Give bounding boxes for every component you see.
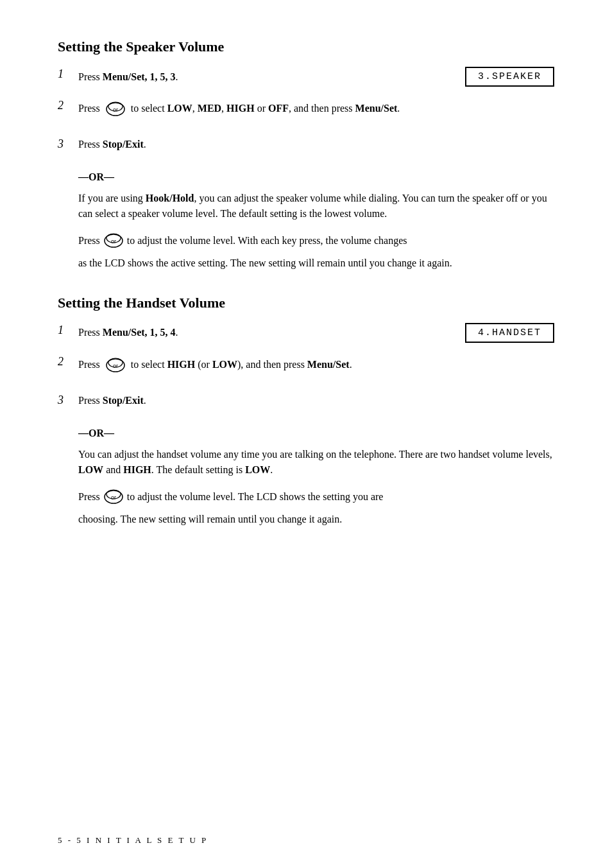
step-h3-text: Press Stop/Exit. [78, 393, 554, 409]
handset-para1: You can adjust the handset volume any ti… [78, 447, 554, 479]
svg-text:or: or [113, 363, 118, 369]
step-h-content-2: Press or to select HIGH (or LOW), and th… [78, 354, 554, 381]
lcd-handset: 4.HANDSET [465, 323, 554, 343]
step3-text: Press Stop/Exit. [78, 137, 554, 153]
step-h2-high: HIGH [167, 359, 196, 370]
step2-menuset: Menu/Set [355, 103, 398, 114]
lcd-speaker: 3.SPEAKER [465, 67, 554, 87]
step2-post: , and then press [289, 103, 355, 114]
handset-high1: HIGH [123, 464, 151, 475]
handset-low2: LOW [245, 464, 270, 475]
step1-press: Press [78, 71, 103, 82]
step-h2-text: Press or to select HIGH (or LOW), and th… [78, 354, 554, 376]
step-handset-1: 1 Press Menu/Set, 1, 5, 4. 4.HANDSET [58, 323, 554, 343]
step-h2-mid: to select [131, 359, 167, 370]
step2-off: OFF [268, 103, 289, 114]
step-h3-period: . [144, 395, 146, 406]
step1-period: . [176, 71, 178, 82]
step3-stopexit: Stop/Exit [103, 139, 144, 150]
step-h2-period: . [350, 359, 352, 370]
step2-high: HIGH [226, 103, 255, 114]
step-h3-stopexit: Stop/Exit [103, 395, 144, 406]
step-speaker-1: 1 Press Menu/Set, 1, 5, 3. 3.SPEAKER [58, 67, 554, 87]
step-speaker-3: 3 Press Stop/Exit. [58, 137, 554, 158]
step-h1-period: . [176, 327, 178, 338]
step-h-content-3: Press Stop/Exit. [78, 393, 554, 414]
step-h-number-2: 2 [58, 354, 78, 369]
step2-or: or [255, 103, 268, 114]
step2-comma2: , [221, 103, 226, 114]
step-content-2: Press or to select LOW, MED, HIGH or OFF… [78, 98, 554, 125]
step-h-content-1: Press Menu/Set, 1, 5, 4. 4.HANDSET [78, 323, 554, 343]
step2-low: LOW [167, 103, 192, 114]
step-h3-press: Press [78, 395, 103, 406]
step-h-number-1: 1 [58, 323, 78, 337]
step1-text: Press Menu/Set, 1, 5, 3. [78, 71, 178, 83]
handset-para2: choosing. The new setting will remain un… [78, 512, 554, 528]
handset-press-text: Press [78, 489, 100, 505]
or-divider-2: —OR— [78, 426, 554, 442]
step2-press: Press [78, 103, 103, 114]
step-number-3: 3 [58, 137, 78, 151]
handset-low1: LOW [78, 464, 103, 475]
page: Setting the Speaker Volume 1 Press Menu/… [0, 0, 612, 868]
handset-press-line: Press or to adjust the volume level. The… [78, 486, 554, 508]
speaker-para1: If you are using Hook/Hold, you can adju… [78, 191, 554, 223]
step2-mid: to select [131, 103, 167, 114]
speaker-press-line: Press or to adjust the volume level. Wit… [78, 230, 554, 252]
step-h1-text: Press Menu/Set, 1, 5, 4. [78, 327, 178, 338]
step-h2-paren: (or [195, 359, 212, 370]
step2-med: MED [198, 103, 221, 114]
or-icon-3: or [105, 354, 126, 376]
step-h1-keys: Menu/Set, 1, 5, 4 [103, 327, 176, 338]
section-title-handset: Setting the Handset Volume [58, 295, 554, 311]
step-speaker-2: 2 Press or to select LOW, MED, HIGH or O… [58, 98, 554, 125]
page-footer: 5 - 5 I N I T I A L S E T U P [58, 835, 208, 846]
or-icon-4: or [103, 486, 124, 508]
step3-period: . [144, 139, 146, 150]
section-title-speaker: Setting the Speaker Volume [58, 39, 554, 55]
svg-text:or: or [111, 238, 116, 245]
section-speaker-volume: Setting the Speaker Volume 1 Press Menu/… [58, 39, 554, 272]
step2-text: Press or to select LOW, MED, HIGH or OFF… [78, 98, 554, 120]
svg-text:or: or [113, 107, 118, 113]
handset-press-mid: to adjust the volume level. The LCD show… [127, 489, 384, 505]
step1-keys: Menu/Set, 1, 5, 3 [103, 71, 176, 82]
step3-press: Press [78, 139, 103, 150]
speaker-or-block: —OR— If you are using Hook/Hold, you can… [78, 169, 554, 272]
step-h2-press: Press [78, 359, 103, 370]
or-icon-1: or [105, 98, 126, 120]
step-number-2: 2 [58, 98, 78, 112]
step-h-number-3: 3 [58, 393, 78, 407]
step-handset-3: 3 Press Stop/Exit. [58, 393, 554, 414]
step-handset-2: 2 Press or to select HIGH (or LOW), and … [58, 354, 554, 381]
step-h2-low: LOW [212, 359, 237, 370]
svg-text:or: or [111, 494, 116, 501]
or-icon-2: or [103, 230, 124, 252]
or-divider-1: —OR— [78, 169, 554, 186]
speaker-press-mid: to adjust the volume level. With each ke… [127, 233, 407, 249]
step2-period: . [397, 103, 400, 114]
speaker-press-text: Press [78, 233, 100, 249]
handset-or-block: —OR— You can adjust the handset volume a… [78, 426, 554, 528]
step-h1-press: Press [78, 327, 103, 338]
section-handset-volume: Setting the Handset Volume 1 Press Menu/… [58, 295, 554, 528]
step-content-1: Press Menu/Set, 1, 5, 3. 3.SPEAKER [78, 67, 554, 87]
step2-comma1: , [192, 103, 198, 114]
step-content-3: Press Stop/Exit. [78, 137, 554, 158]
step-h2-menuset: Menu/Set [307, 359, 350, 370]
step-h2-close: ), and then press [237, 359, 307, 370]
speaker-para2: as the LCD shows the active setting. The… [78, 256, 554, 272]
hookholdtext: Hook/Hold [146, 193, 194, 204]
step-number-1: 1 [58, 67, 78, 81]
